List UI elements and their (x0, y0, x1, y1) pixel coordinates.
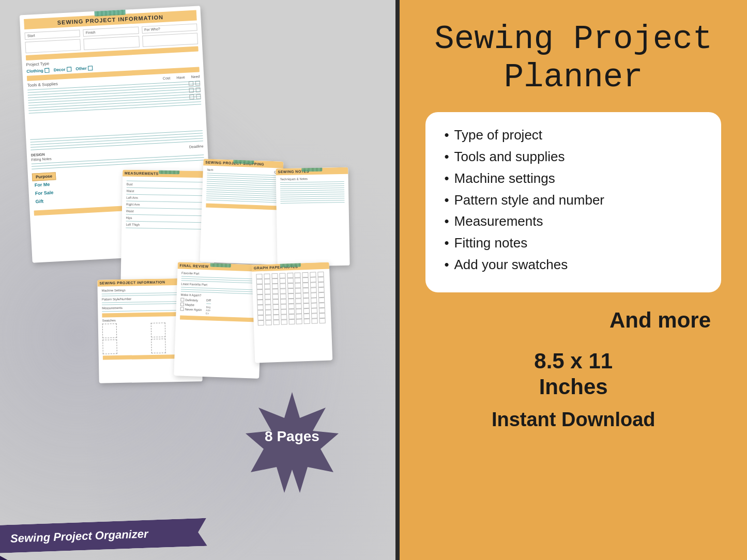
tape-measurements (159, 169, 179, 174)
clothing-checkbox (45, 68, 50, 73)
start-input (25, 39, 81, 53)
measurements-content: Bust Waist Left Arm Right Arm Waist Hips… (126, 179, 211, 232)
other-label: Other (75, 66, 87, 71)
start-field: Start (24, 29, 80, 40)
design-label: DESIGN (31, 152, 45, 157)
exp-label: Ex (206, 312, 210, 315)
feature-2: Tools and supplies (444, 148, 703, 166)
banner-text: Sewing Project Organizer (10, 527, 148, 545)
hips-label: Hips (126, 216, 203, 221)
deadline-label: Deadline (189, 144, 204, 148)
review-bottom-bar (180, 315, 257, 322)
techniques-label: Techniques & Notes (280, 177, 344, 181)
have-col: Have (176, 75, 185, 80)
finish-input (84, 36, 140, 50)
tape-decoration (94, 6, 126, 17)
purpose-box: Purpose (32, 172, 56, 181)
tape-notes (301, 167, 322, 172)
waist-label: Waist (127, 190, 203, 194)
bust-label: Bust (127, 183, 203, 188)
size-text: 8.5 x 11 Inches (534, 348, 613, 400)
clothing-label: Clothing (26, 68, 43, 74)
feature-5: Measurements (444, 213, 703, 230)
product-title: Sewing Project Planner (434, 21, 712, 97)
starburst-badge: 8 Pages (238, 390, 346, 498)
shopping-bottom-bar (206, 204, 278, 210)
tape-shopping (233, 159, 254, 164)
left-arm-label: Left Arm (126, 196, 203, 201)
title-line2: Planner (504, 59, 643, 96)
never-again-label: Never Again (185, 307, 202, 311)
finish-field: Finish (83, 26, 139, 37)
cost-col: Cost (163, 76, 171, 80)
and-more-text: And more (609, 308, 711, 333)
clothing-option: Clothing (26, 68, 50, 74)
other-option: Other (75, 66, 93, 71)
measurements-labels-col: Bust Waist Left Arm Right Arm Waist Hips… (126, 179, 203, 232)
forwho-field: For Who? (142, 24, 197, 34)
bottom-banner: Sewing Project Organizer (0, 518, 207, 554)
definitely-label: Definitely (185, 298, 198, 302)
difficulty-section: Definitely Maybe Never Again Diff Beg Ad… (180, 298, 257, 316)
feature-4: Pattern style and number (444, 192, 703, 209)
difficulty-label: Diff (206, 299, 211, 302)
review-card: FINAL REVIEW Favorite Part Least Favorit… (174, 262, 263, 379)
decor-option: Decor (54, 67, 72, 72)
feature-7: Add your swatches (444, 256, 703, 274)
shopping-card: SEWING PROJECT SHOPPING Item Qty (200, 159, 284, 265)
supplies-label: Tools & Supplies (27, 82, 58, 88)
need-col: Need (191, 74, 200, 79)
right-arm-label: Right Arm (126, 203, 203, 208)
decor-checkbox (67, 67, 71, 71)
left-panel: SEWING PROJECT INFORMATION Start Finish … (0, 0, 395, 560)
swatch-3 (102, 339, 117, 354)
make-again-options: Definitely Maybe Never Again (180, 298, 202, 314)
decor-label: Decor (54, 67, 66, 72)
swatch-4 (151, 338, 165, 353)
other-checkbox (88, 66, 93, 70)
banner-shape: Sewing Project Organizer (0, 518, 207, 554)
item-col: Item (207, 168, 214, 172)
swatch-2 (150, 322, 165, 337)
notes-card: SEWING NOTES Techniques & Notes (276, 167, 349, 267)
swatch-1 (102, 323, 117, 338)
graph-grid (256, 272, 327, 326)
svg-text:8 Pages: 8 Pages (265, 428, 319, 444)
maybe-label: Maybe (185, 303, 194, 306)
waist2-label: Waist (126, 210, 203, 214)
feature-6: Fitting notes (444, 235, 703, 252)
forwho-input (142, 33, 198, 48)
supplies-columns: Cost Have Need (163, 74, 200, 80)
feature-1: Type of project (444, 127, 703, 144)
features-box: Type of project Tools and supplies Machi… (425, 112, 721, 292)
instant-download-text: Instant Download (492, 409, 655, 431)
banner-tail (0, 553, 11, 560)
feature-3: Machine settings (444, 170, 703, 188)
graph-card: GRAPH PAPER NOTES (252, 262, 333, 363)
left-thigh-label: Left Thigh (126, 223, 202, 228)
features-list: Type of project Tools and supplies Machi… (444, 127, 703, 274)
lower-section: DESIGN Deadline Fitting Notes (30, 130, 204, 169)
difficulty-col: Diff Beg Adv Ex (206, 299, 211, 315)
right-panel: Sewing Project Planner Type of project T… (400, 0, 747, 560)
title-line1: Sewing Project (434, 21, 712, 58)
panel-divider (395, 0, 400, 560)
